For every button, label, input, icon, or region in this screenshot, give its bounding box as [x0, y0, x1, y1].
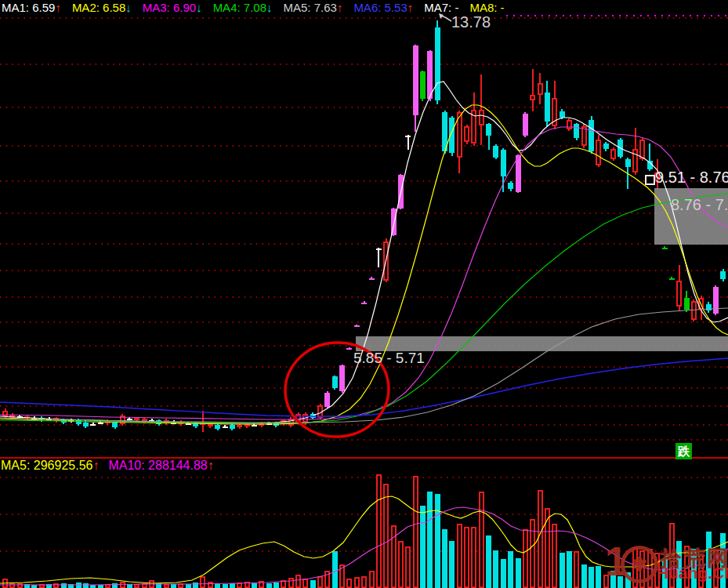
up-arrow-icon: ↑ — [92, 459, 99, 472]
volume-bar — [281, 580, 286, 588]
volume-bar — [149, 580, 154, 588]
watermark: 1 ❃ 拾荒网 Huang.CN — [605, 543, 728, 586]
volume-bar — [164, 584, 169, 588]
volume-ma-header: MA5: 296925.56↑MA10: 288144.88↑ — [1, 459, 223, 473]
volume-bar — [354, 577, 360, 588]
volume-bar — [142, 583, 147, 588]
stock-chart-window: 13.78 9.51 - 8.76 8.76 - 7.98 5.85 - 5.7… — [0, 0, 728, 588]
range-label-951-876: 9.51 - 8.76 — [655, 169, 728, 187]
volume-bar — [383, 484, 389, 588]
ma-value-label: MA7: - — [424, 1, 458, 14]
volume-bar — [193, 583, 198, 588]
volume-bar — [295, 575, 301, 588]
watermark-domain: Huang.CN — [657, 564, 728, 583]
volume-bar — [391, 525, 397, 588]
volume-bar — [508, 551, 513, 588]
volume-bar — [273, 583, 279, 588]
ma-value-label: MA2: 6.58↓ — [72, 1, 132, 14]
peak-price-label: 13.78 — [451, 13, 491, 31]
range-box-handle[interactable] — [645, 175, 655, 185]
volume-bar — [486, 535, 491, 588]
volume-bar — [560, 553, 565, 588]
up-arrow-icon: ↑ — [407, 1, 414, 14]
ma-value-label: MA6: 5.53↑ — [353, 1, 413, 14]
up-arrow-icon: ↑ — [55, 1, 61, 14]
volume-bar — [361, 576, 367, 588]
volume-bar — [127, 584, 132, 588]
volume-bar — [244, 582, 250, 588]
volume-bar — [501, 559, 506, 588]
range-label-876-798: 8.76 - 7.98 — [671, 196, 728, 214]
volume-bar — [581, 564, 587, 588]
volume-bar — [405, 546, 411, 588]
volume-bar — [427, 492, 433, 588]
volume-bar — [178, 583, 183, 588]
volume-bar — [346, 579, 352, 588]
ma-value-label: MA8: - — [469, 1, 504, 14]
volume-bar — [449, 541, 455, 588]
volume-bar — [398, 541, 404, 588]
volume-bar — [230, 583, 235, 588]
volume-bar — [171, 584, 176, 588]
range-label-585-571: 5.85 - 5.71 — [353, 350, 425, 367]
volume-bar — [68, 584, 74, 588]
volume-bar — [223, 584, 228, 588]
ma-value-label: MA4: 7.08↓ — [213, 1, 273, 14]
volume-bar — [324, 571, 330, 588]
ma-value-label: MA1: 6.59↑ — [2, 1, 61, 14]
volume-bar — [493, 550, 498, 588]
volume-bar — [574, 551, 579, 588]
down-arrow-icon: ↓ — [125, 1, 132, 14]
volume-bar — [83, 583, 89, 588]
volume-bar — [288, 578, 294, 588]
volume-bar — [589, 567, 594, 588]
volume-bar — [302, 579, 308, 588]
volume-bar — [46, 584, 52, 588]
volume-bar — [376, 474, 382, 588]
volume-bar — [266, 583, 272, 588]
volume-bar — [120, 582, 125, 588]
ma-indicator-header: MA1: 6.59↑MA2: 6.58↓MA3: 6.90↓MA4: 7.08↓… — [2, 0, 516, 15]
volume-bar — [339, 564, 345, 588]
volume-bar — [17, 583, 23, 588]
volume-bar — [413, 476, 418, 588]
volume-bar — [39, 584, 45, 588]
volume-bar — [156, 583, 161, 588]
volume-bar — [552, 524, 557, 588]
watermark-seal-icon: ❃ — [621, 546, 658, 583]
fall-marker-badge: 跌 — [675, 443, 692, 459]
volume-bar — [90, 585, 96, 588]
volume-bar — [479, 492, 484, 588]
volume-bar — [420, 506, 426, 588]
volume-ma-value-label: MA5: 296925.56↑ — [1, 459, 99, 473]
volume-bar — [76, 583, 81, 588]
volume-bar — [435, 494, 440, 588]
down-arrow-icon: ↓ — [266, 1, 273, 14]
volume-bar — [442, 529, 447, 588]
volume-bar — [317, 576, 323, 588]
up-arrow-icon: ↑ — [337, 1, 343, 14]
ma-value-label: MA3: 6.90↓ — [143, 1, 202, 14]
volume-bar — [2, 579, 8, 588]
volume-bar — [530, 519, 535, 588]
volume-bar — [523, 529, 528, 588]
volume-pane[interactable] — [0, 0, 728, 588]
volume-bar — [53, 583, 59, 588]
volume-bar — [252, 583, 257, 588]
volume-bar — [516, 558, 521, 588]
volume-bar — [457, 524, 462, 588]
volume-bar — [134, 584, 139, 588]
volume-bar — [112, 583, 118, 588]
volume-bar — [567, 551, 572, 588]
volume-bar — [464, 527, 469, 588]
volume-bar — [538, 490, 543, 588]
volume-bar — [105, 584, 110, 588]
down-arrow-icon: ↓ — [196, 1, 202, 14]
ma-value-label: MA5: 7.63↑ — [284, 1, 343, 14]
volume-bar — [186, 584, 191, 588]
volume-bar — [9, 583, 15, 588]
volume-bar — [208, 582, 213, 588]
volume-bar — [237, 583, 242, 588]
volume-bar — [369, 571, 375, 588]
volume-bar — [310, 580, 316, 588]
